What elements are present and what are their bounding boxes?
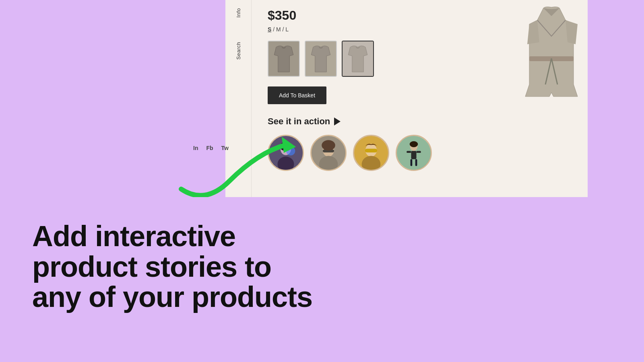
story-circle-2[interactable] <box>310 135 347 171</box>
svg-rect-21 <box>415 159 417 166</box>
story-circle-3[interactable] <box>353 135 389 171</box>
see-in-action-row: See it in action <box>268 116 499 127</box>
story-circle-1[interactable] <box>268 135 304 171</box>
svg-point-7 <box>286 146 295 155</box>
marketing-text: Add interactive product stories to any o… <box>32 221 312 313</box>
svg-rect-15 <box>365 149 377 152</box>
svg-point-24 <box>410 141 418 147</box>
instagram-icon[interactable]: In <box>193 145 198 151</box>
thumbnail-1[interactable] <box>268 41 300 77</box>
coat-image <box>521 4 582 105</box>
top-section: Info Search $350 S / M / L <box>0 0 644 197</box>
facebook-icon[interactable]: Fb <box>206 145 213 151</box>
marketing-line-2: product stories to <box>32 252 312 282</box>
thumbnail-2[interactable] <box>305 41 337 77</box>
svg-point-12 <box>322 140 335 150</box>
hoodie-img-1 <box>268 41 299 76</box>
page-wrapper: Info Search $350 S / M / L <box>0 0 644 362</box>
svg-rect-19 <box>411 151 416 159</box>
social-icons: In Fb Tw <box>193 145 229 151</box>
story-circles <box>268 135 499 171</box>
coat-area <box>515 0 588 197</box>
see-in-action-text: See it in action <box>268 116 330 127</box>
story-circle-4[interactable] <box>396 135 432 171</box>
product-panel: Info Search $350 S / M / L <box>225 0 588 197</box>
hoodie-img-3 <box>343 41 373 76</box>
product-nav-sidebar: Info Search <box>225 0 252 197</box>
svg-rect-20 <box>411 159 413 166</box>
svg-rect-23 <box>417 151 421 153</box>
product-content: $350 S / M / L <box>252 0 515 197</box>
hoodie-img-2 <box>305 41 336 76</box>
thumbnail-3[interactable] <box>342 41 374 77</box>
svg-rect-22 <box>407 151 411 153</box>
size-s[interactable]: S <box>268 26 271 33</box>
twitter-icon[interactable]: Tw <box>221 145 229 151</box>
product-price: $350 <box>268 8 499 23</box>
play-icon <box>334 117 341 125</box>
size-m[interactable]: M <box>276 26 281 33</box>
add-to-basket-button[interactable]: Add To Basket <box>268 86 326 104</box>
size-l[interactable]: L <box>285 26 289 33</box>
marketing-line-3: any of your products <box>32 282 312 313</box>
search-nav-item[interactable]: Search <box>235 42 242 60</box>
size-separator: / <box>273 26 276 33</box>
info-nav-item[interactable]: Info <box>235 8 242 18</box>
bottom-section: Add interactive product stories to any o… <box>0 197 644 362</box>
product-thumbnails <box>268 41 499 77</box>
product-sizes: S / M / L <box>268 26 499 33</box>
marketing-line-1: Add interactive <box>32 221 312 252</box>
